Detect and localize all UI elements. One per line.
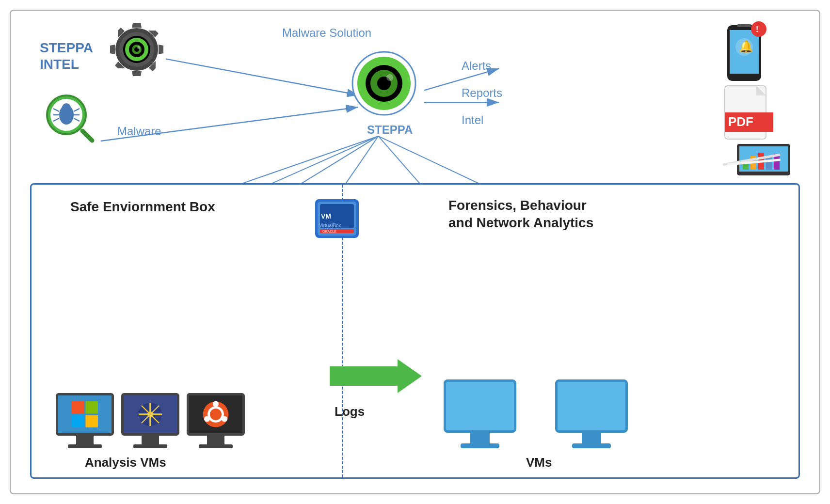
svg-rect-40 bbox=[737, 24, 751, 27]
svg-point-74 bbox=[147, 411, 153, 417]
svg-point-77 bbox=[213, 401, 219, 407]
svg-point-78 bbox=[222, 416, 227, 422]
svg-rect-54 bbox=[766, 158, 772, 170]
safe-environment-box: Safe Enviornment Box Forensics, Behaviou… bbox=[30, 183, 800, 479]
svg-rect-65 bbox=[72, 401, 84, 414]
reports-label: Reports bbox=[462, 86, 502, 100]
windows-vm-monitor bbox=[56, 393, 114, 448]
steppa-intel-label: STEPPA INTEL bbox=[40, 40, 93, 72]
svg-text:!: ! bbox=[756, 25, 758, 33]
svg-marker-80 bbox=[330, 359, 422, 393]
svg-point-79 bbox=[204, 416, 210, 422]
svg-line-2 bbox=[166, 59, 359, 95]
svg-line-31 bbox=[82, 131, 92, 141]
outer-border: STEPPA INTEL bbox=[10, 10, 820, 494]
svg-text:VM: VM bbox=[321, 212, 331, 220]
svg-text:ORACLE: ORACLE bbox=[322, 230, 336, 233]
forensics-title: Forensics, Behaviour and Network Analyti… bbox=[448, 197, 593, 232]
bug-magnify-icon bbox=[40, 88, 98, 146]
vm-monitor-2 bbox=[555, 379, 628, 448]
analysis-vms-container bbox=[56, 393, 245, 448]
logs-label: Logs bbox=[335, 404, 365, 419]
phone-notification-icon: 🔔 ! bbox=[722, 20, 771, 85]
svg-point-20 bbox=[137, 46, 140, 49]
svg-rect-68 bbox=[86, 415, 98, 428]
gear-icon bbox=[108, 20, 166, 79]
svg-point-43 bbox=[751, 21, 766, 37]
svg-rect-67 bbox=[72, 415, 84, 428]
kali-vm-monitor bbox=[121, 393, 179, 448]
steppa-center-label: STEPPA bbox=[367, 123, 413, 137]
svg-rect-66 bbox=[86, 401, 98, 414]
alerts-label: Alerts bbox=[462, 59, 491, 73]
logs-arrow bbox=[330, 359, 422, 395]
malware-solution-label: Malware Solution bbox=[282, 26, 371, 40]
malware-label: Malware bbox=[117, 125, 161, 138]
virtualbox-icon: VM VirtualBox ORACLE bbox=[310, 189, 368, 250]
vms-right-container bbox=[444, 379, 628, 448]
svg-text:VirtualBox: VirtualBox bbox=[319, 223, 341, 228]
svg-point-24 bbox=[62, 103, 71, 112]
svg-text:🔔: 🔔 bbox=[739, 39, 753, 53]
vms-label: VMs bbox=[526, 455, 552, 470]
svg-point-37 bbox=[386, 74, 393, 81]
ubuntu-vm-monitor bbox=[187, 393, 245, 448]
svg-text:PDF: PDF bbox=[728, 114, 753, 129]
steppa-eye-icon bbox=[350, 49, 418, 119]
analysis-vms-label: Analysis VMs bbox=[85, 455, 166, 470]
safe-env-title: Safe Enviornment Box bbox=[70, 199, 215, 215]
vm-monitor-1 bbox=[444, 379, 516, 448]
chart-analytics-icon bbox=[722, 129, 800, 180]
intel-label: Intel bbox=[462, 113, 483, 127]
